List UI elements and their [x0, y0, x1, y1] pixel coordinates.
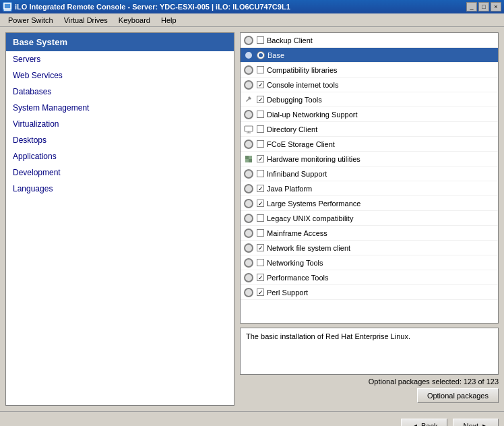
package-checkbox[interactable]: ✓	[257, 244, 264, 251]
package-icon	[243, 169, 254, 179]
package-row[interactable]: ✓Network file system client	[241, 241, 498, 255]
package-row[interactable]: ✓Debugging Tools	[241, 92, 498, 107]
right-panel: Backup ClientBaseCompatibility libraries…	[240, 32, 499, 406]
description-text: The basic installation of Red Hat Enterp…	[246, 332, 410, 340]
package-name: Compatibility libraries	[267, 66, 338, 74]
category-applications[interactable]: Applications	[6, 148, 234, 164]
menu-bar: Power Switch Virtual Drives Keyboard Hel…	[0, 13, 504, 27]
category-desktops[interactable]: Desktops	[6, 132, 234, 148]
package-checkbox[interactable]: ✓	[257, 288, 264, 296]
package-row[interactable]: ✓Java Platform	[241, 181, 498, 196]
svg-rect-0	[4, 3, 11, 9]
svg-rect-7	[245, 159, 249, 162]
title-text: iLO Integrated Remote Console - Server: …	[15, 3, 290, 11]
package-icon	[243, 198, 254, 209]
package-icon	[243, 213, 254, 224]
bottom-bar: ◄ Back Next ►	[0, 411, 504, 426]
package-icon	[243, 287, 254, 298]
package-row[interactable]: Infiniband Support	[241, 166, 498, 181]
category-virtualization[interactable]: Virtualization	[6, 116, 234, 132]
menu-virtual-drives[interactable]: Virtual Drives	[59, 15, 113, 26]
package-checkbox[interactable]: ✓	[257, 96, 264, 103]
package-row[interactable]: ✓Large Systems Performance	[241, 196, 498, 211]
category-databases[interactable]: Databases	[6, 84, 234, 100]
window-controls[interactable]: _ □ ×	[466, 2, 501, 11]
description-area: The basic installation of Red Hat Enterp…	[240, 328, 499, 406]
package-checkbox[interactable]	[257, 170, 264, 177]
package-name: Java Platform	[267, 185, 312, 193]
package-checkbox[interactable]	[257, 214, 264, 222]
package-icon	[243, 65, 254, 75]
package-radio[interactable]	[257, 51, 265, 59]
title-bar: iLO Integrated Remote Console - Server: …	[0, 0, 504, 13]
package-name: Mainframe Access	[267, 229, 327, 237]
package-row[interactable]: ✓Perl Support	[241, 285, 498, 300]
package-name: Networking Tools	[267, 259, 323, 267]
package-checkbox[interactable]	[257, 259, 264, 266]
package-row[interactable]: ✓Hardware monitoring utilities	[241, 152, 498, 166]
package-name: Dial-up Networking Support	[267, 111, 358, 119]
package-icon	[243, 124, 254, 135]
package-checkbox[interactable]	[257, 36, 264, 44]
package-name: Console internet tools	[267, 81, 338, 89]
menu-power-switch[interactable]: Power Switch	[3, 15, 59, 26]
package-name: Backup Client	[267, 36, 313, 44]
back-arrow-icon: ◄	[411, 422, 418, 427]
package-checkbox[interactable]: ✓	[257, 155, 264, 162]
package-row[interactable]: Compatibility libraries	[241, 63, 498, 78]
category-servers[interactable]: Servers	[6, 51, 234, 67]
package-checkbox[interactable]: ✓	[257, 185, 264, 192]
package-row[interactable]: Mainframe Access	[241, 226, 498, 241]
package-name: Performance Tools	[267, 274, 329, 282]
nav-buttons: ◄ Back Next ►	[401, 419, 499, 427]
category-header: Base System	[6, 33, 234, 51]
minimize-btn[interactable]: _	[466, 2, 477, 11]
package-name: Debugging Tools	[267, 96, 322, 104]
category-development[interactable]: Development	[6, 164, 234, 181]
package-icon	[243, 183, 254, 194]
package-row[interactable]: ✓Console internet tools	[241, 78, 498, 92]
package-name: Large Systems Performance	[267, 200, 360, 208]
package-name: Network file system client	[267, 244, 350, 252]
package-row[interactable]: ✓Performance Tools	[241, 270, 498, 285]
maximize-btn[interactable]: □	[478, 2, 489, 11]
back-button[interactable]: ◄ Back	[401, 419, 447, 427]
category-web-services[interactable]: Web Services	[6, 67, 234, 84]
app-icon	[3, 2, 12, 11]
next-label: Next	[463, 422, 478, 427]
package-row[interactable]: Backup Client	[241, 33, 498, 48]
package-checkbox[interactable]	[257, 125, 264, 133]
package-row[interactable]: Legacy UNIX compatibility	[241, 211, 498, 226]
package-checkbox[interactable]	[257, 229, 264, 237]
package-checkbox[interactable]	[257, 66, 264, 73]
package-row[interactable]: Networking Tools	[241, 255, 498, 270]
package-row[interactable]: Directory Client	[241, 122, 498, 137]
package-checkbox[interactable]: ✓	[257, 200, 264, 207]
package-row[interactable]: Dial-up Networking Support	[241, 107, 498, 122]
category-languages[interactable]: Languages	[6, 181, 234, 197]
menu-keyboard[interactable]: Keyboard	[113, 15, 156, 26]
left-panel: Base System Servers Web Services Databas…	[5, 32, 234, 406]
close-btn[interactable]: ×	[491, 2, 501, 11]
optional-packages-button[interactable]: Optional packages	[417, 388, 499, 403]
package-icon	[243, 139, 254, 150]
package-name: Perl Support	[267, 288, 308, 297]
package-name: Directory Client	[267, 125, 317, 133]
optional-info: Optional packages selected: 123 of 123	[240, 375, 499, 388]
package-row[interactable]: Base	[241, 48, 498, 63]
next-button[interactable]: Next ►	[453, 419, 499, 427]
package-name: FCoE Storage Client	[267, 140, 335, 148]
optional-btn-row: Optional packages	[240, 388, 499, 403]
category-system-management[interactable]: System Management	[6, 100, 234, 116]
packages-list: Backup ClientBaseCompatibility libraries…	[240, 32, 499, 324]
package-checkbox[interactable]: ✓	[257, 274, 264, 281]
menu-help[interactable]: Help	[156, 15, 182, 26]
title-bar-left: iLO Integrated Remote Console - Server: …	[3, 2, 290, 11]
package-checkbox[interactable]: ✓	[257, 81, 264, 88]
svg-rect-6	[249, 156, 252, 159]
package-row[interactable]: FCoE Storage Client	[241, 137, 498, 152]
package-checkbox[interactable]	[257, 111, 264, 118]
package-icon	[243, 154, 254, 164]
package-checkbox[interactable]	[257, 140, 264, 148]
package-icon	[243, 257, 254, 268]
